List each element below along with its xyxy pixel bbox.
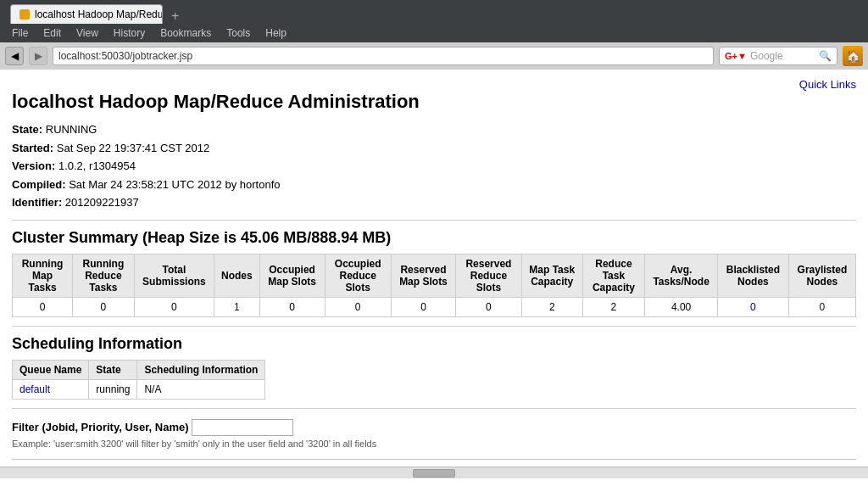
search-engine-icon: G+▼: [725, 51, 747, 61]
menu-file[interactable]: File: [5, 25, 35, 41]
address-bar: ◀ ▶ localhost:50030/jobtracker.jsp G+▼ G…: [0, 42, 868, 70]
forward-button[interactable]: ▶: [29, 47, 47, 65]
compiled-value: Sat Mar 24 23:58:21 UTC 2012 by hortonfo: [69, 178, 280, 191]
scheduling-table: Queue Name State Scheduling Information …: [12, 360, 265, 400]
queue-link[interactable]: default: [19, 383, 50, 395]
col-total-submissions: Total Submissions: [134, 254, 214, 297]
val-avg-tasks: 4.00: [645, 297, 718, 316]
menu-bookmarks[interactable]: Bookmarks: [153, 25, 218, 41]
menu-edit[interactable]: Edit: [36, 25, 68, 41]
sched-col-info: Scheduling Information: [137, 360, 265, 379]
state-label: State:: [12, 123, 42, 136]
url-text: localhost:50030/jobtracker.jsp: [58, 50, 192, 62]
new-tab-button[interactable]: +: [166, 8, 184, 24]
sched-state: running: [89, 379, 137, 399]
val-blacklisted: 0: [718, 297, 789, 316]
home-icon: 🏠: [846, 49, 860, 63]
filter-label: Filter (Jobid, Priority, User, Name): [12, 421, 189, 433]
identifier-label: Identifier:: [12, 196, 62, 209]
blacklisted-link[interactable]: 0: [750, 301, 756, 313]
page-title: localhost Hadoop Map/Reduce Administrati…: [12, 91, 856, 113]
col-occupied-reduce: Occupied Reduce Slots: [325, 254, 391, 297]
search-placeholder: Google: [750, 50, 783, 62]
compiled-label: Compiled:: [12, 178, 66, 191]
scheduling-title: Scheduling Information: [12, 335, 856, 353]
col-running-reduce: Running Reduce Tasks: [73, 254, 135, 297]
val-reserved-reduce: 0: [456, 297, 522, 316]
menu-history[interactable]: History: [107, 25, 152, 41]
val-total-submissions: 0: [134, 297, 214, 316]
col-reserved-map: Reserved Map Slots: [391, 254, 455, 297]
divider-2: [12, 326, 856, 327]
filter-example: Example: 'user:smith 3200' will filter b…: [12, 439, 856, 449]
version-value: 1.0.2, r1304954: [58, 159, 136, 172]
menu-help[interactable]: Help: [259, 25, 293, 41]
divider-1: [12, 220, 856, 221]
url-bar[interactable]: localhost:50030/jobtracker.jsp: [53, 47, 714, 65]
col-reduce-capacity: Reduce Task Capacity: [582, 254, 645, 297]
val-running-map: 0: [13, 297, 73, 316]
sched-col-queue: Queue Name: [13, 360, 89, 379]
page-content: Quick Links localhost Hadoop Map/Reduce …: [0, 70, 868, 467]
val-running-reduce: 0: [73, 297, 135, 316]
browser-tab[interactable]: localhost Hadoop Map/Reduce ...: [10, 4, 163, 24]
val-graylisted: 0: [788, 297, 855, 316]
started-label: Started:: [12, 142, 53, 154]
info-section: State: RUNNING Started: Sat Sep 22 19:37…: [12, 121, 856, 211]
col-map-capacity: Map Task Capacity: [521, 254, 582, 297]
home-button[interactable]: 🏠: [843, 46, 863, 66]
sched-queue-name: default: [13, 379, 89, 399]
val-occupied-reduce: 0: [325, 297, 391, 316]
filter-input[interactable]: [192, 419, 293, 436]
col-avg-tasks: Avg. Tasks/Node: [645, 254, 718, 297]
cluster-summary-title: Cluster Summary (Heap Size is 45.06 MB/8…: [12, 229, 856, 247]
identifier-value: 201209221937: [65, 196, 139, 209]
nodes-link[interactable]: 1: [234, 301, 240, 313]
scrollbar-thumb[interactable]: [413, 469, 455, 478]
val-reserved-map: 0: [391, 297, 455, 316]
val-occupied-map: 0: [259, 297, 325, 316]
state-value: RUNNING: [46, 123, 97, 136]
divider-4: [12, 459, 856, 460]
browser-titlebar: localhost Hadoop Map/Reduce ... +: [0, 0, 868, 24]
graylisted-link[interactable]: 0: [820, 301, 826, 313]
divider-3: [12, 408, 856, 409]
scrollbar-horizontal[interactable]: [0, 467, 868, 478]
table-row: 0 0 0 1 0 0 0 0 2 2 4.00 0 0: [13, 297, 856, 316]
cluster-summary-table: Running Map Tasks Running Reduce Tasks T…: [12, 254, 856, 317]
sched-info: N/A: [137, 379, 265, 399]
version-label: Version:: [12, 159, 55, 172]
back-button[interactable]: ◀: [5, 47, 24, 65]
quick-links[interactable]: Quick Links: [799, 78, 856, 91]
val-map-capacity: 2: [521, 297, 582, 316]
sched-col-state: State: [89, 360, 137, 379]
menu-view[interactable]: View: [70, 25, 105, 41]
search-bar[interactable]: G+▼ Google 🔍: [719, 47, 837, 65]
col-running-map: Running Map Tasks: [13, 254, 73, 297]
val-reduce-capacity: 2: [582, 297, 645, 316]
search-icon[interactable]: 🔍: [819, 50, 832, 62]
col-occupied-map: Occupied Map Slots: [259, 254, 325, 297]
val-nodes: 1: [214, 297, 260, 316]
col-blacklisted: Blacklisted Nodes: [718, 254, 789, 297]
menu-tools[interactable]: Tools: [220, 25, 257, 41]
col-graylisted: Graylisted Nodes: [788, 254, 855, 297]
col-reserved-reduce: Reserved Reduce Slots: [456, 254, 522, 297]
sched-row-default: default running N/A: [13, 379, 265, 399]
tab-title: localhost Hadoop Map/Reduce ...: [35, 8, 163, 20]
started-value: Sat Sep 22 19:37:41 CST 2012: [57, 142, 209, 154]
col-nodes: Nodes: [214, 254, 260, 297]
tab-favicon: [19, 9, 30, 20]
menu-bar: File Edit View History Bookmarks Tools H…: [0, 24, 868, 42]
filter-section: Filter (Jobid, Priority, User, Name) Exa…: [12, 419, 856, 449]
